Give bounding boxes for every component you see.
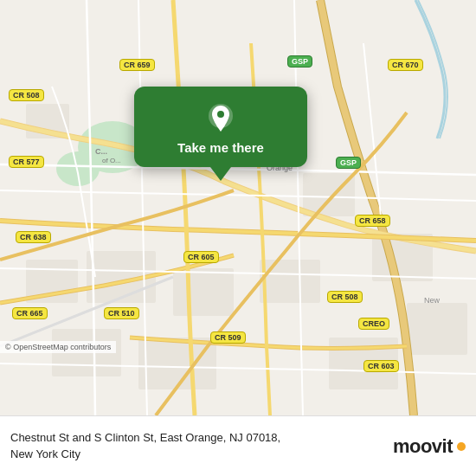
svg-text:of O...: of O...	[102, 157, 121, 164]
svg-rect-5	[173, 268, 234, 316]
moovit-dot-icon	[457, 442, 466, 451]
road-badge-cr659: CR 659	[119, 59, 155, 71]
map-popup[interactable]: Take me there	[134, 87, 307, 167]
moovit-text: moovit	[393, 435, 453, 458]
road-badge-cr658: CR 658	[355, 215, 390, 227]
road-badge-creo: CREO	[358, 318, 389, 330]
svg-point-2	[56, 151, 100, 186]
road-badge-cr638: CR 638	[16, 231, 51, 243]
road-badge-gsp-top: GSP	[287, 55, 312, 68]
svg-rect-7	[138, 338, 216, 389]
svg-rect-8	[260, 260, 320, 303]
svg-text:C...: C...	[95, 147, 107, 156]
road-badge-cr508b: CR 508	[327, 291, 363, 303]
popup-label: Take me there	[177, 140, 264, 155]
address-line1: Chestnut St and S Clinton St, East Orang…	[10, 430, 393, 446]
bottom-bar: Chestnut St and S Clinton St, East Orang…	[0, 415, 476, 476]
svg-point-20	[217, 111, 224, 118]
map-container[interactable]: C... of O... st Orange New CR 659 CR 508…	[0, 0, 476, 415]
road-badge-cr508: CR 508	[9, 89, 44, 101]
road-badge-gsp-mid: GSP	[336, 157, 361, 169]
address-info: Chestnut St and S Clinton St, East Orang…	[10, 430, 393, 461]
address-line2: New York City	[10, 447, 393, 462]
road-badge-cr603: CR 603	[363, 360, 399, 372]
road-badge-cr577: CR 577	[9, 156, 44, 168]
road-badge-cr510: CR 510	[104, 307, 139, 319]
map-copyright: © OpenStreetMap contributors	[0, 341, 116, 353]
road-badge-cr509: CR 509	[210, 331, 246, 344]
svg-text:New: New	[424, 296, 441, 305]
location-pin-icon	[205, 102, 236, 133]
svg-rect-10	[407, 303, 467, 355]
road-badge-cr605: CR 605	[183, 251, 219, 263]
road-badge-cr670: CR 670	[388, 59, 423, 71]
road-badge-cr665: CR 665	[12, 307, 48, 319]
moovit-logo: moovit	[393, 435, 466, 458]
